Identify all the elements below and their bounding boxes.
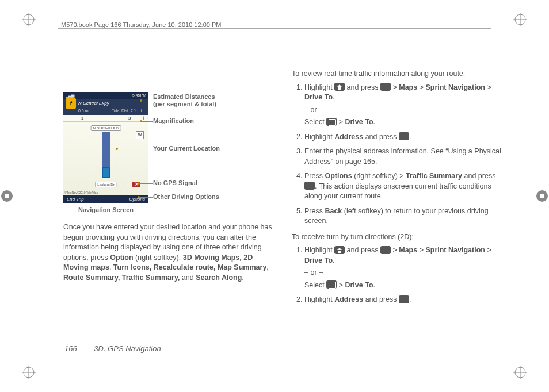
figure-caption: Navigation Screen: [63, 206, 148, 214]
page-header: M570.book Page 166 Thursday, June 10, 20…: [58, 20, 491, 29]
page-number: 166: [64, 344, 77, 353]
step-5: Press Back (left softkey) to return to y…: [304, 206, 503, 226]
svg-point-13: [5, 194, 9, 198]
turn-right-icon: ↱: [66, 98, 76, 109]
step2-1-alt: Select > Drive To.: [304, 280, 503, 291]
clock-label: 5:45PM: [132, 93, 146, 98]
compass-icon: W: [136, 131, 144, 139]
side-mark-icon: [535, 189, 549, 203]
map-copyright: ©TeleNav©2010 TeleAtlas: [64, 191, 98, 195]
step2-2: Highlight Address and press .: [304, 295, 503, 305]
route-name: N Central Expy: [78, 100, 109, 106]
navigation-screenshot: ▁▃▅ 5:45PM ↱ N Central Expy 0.6 mi Total…: [63, 92, 148, 203]
nav-key-icon: [326, 118, 337, 126]
zoom-scale: [94, 118, 117, 118]
crop-mark-icon: [22, 366, 36, 379]
svg-point-15: [540, 194, 544, 198]
step-2: Highlight Address and press .: [304, 132, 503, 143]
callout-current-location: Your Current Location: [153, 145, 220, 152]
callout-distances-sub: (per segment & total): [153, 101, 216, 107]
step-4: Press Options (right softkey) > Traffic …: [304, 171, 503, 202]
ok-key-icon: [304, 182, 315, 190]
ok-key-icon: [399, 295, 409, 303]
ok-key-icon: [380, 246, 391, 254]
signal-icon: ▁▃▅: [66, 93, 74, 98]
car-icon: [102, 167, 110, 178]
zoom-out-icon: −: [67, 115, 70, 122]
callout-no-gps: No GPS Signal: [153, 179, 197, 186]
step2-1: Highlight and press > Maps > Sprint Navi…: [304, 245, 503, 290]
page-footer: 166 3D. GPS Navigation: [64, 344, 161, 353]
total-distance: Total Dist: 2.1 mi: [112, 108, 142, 115]
ok-key-icon: [380, 83, 391, 91]
step-1-alt: Select > Drive To.: [304, 117, 503, 128]
crop-mark-icon: [513, 366, 527, 379]
home-key-icon: [334, 246, 345, 254]
nav-key-icon: [326, 280, 337, 289]
softkey-left: End Trip: [67, 196, 84, 202]
zoom-level-1: 1: [81, 115, 83, 121]
ok-key-icon: [399, 132, 409, 140]
intro-traffic: To review real-time traffic information …: [292, 69, 503, 79]
street-label-bottom: Lookout Dr: [95, 182, 116, 187]
segment-distance: 0.6 mi: [78, 108, 89, 115]
left-column: ▁▃▅ 5:45PM ↱ N Central Expy 0.6 mi Total…: [63, 69, 274, 346]
right-column: To review real-time traffic information …: [292, 69, 503, 346]
step-1: Highlight and press > Maps > Sprint Navi…: [304, 83, 503, 128]
left-paragraph: Once you have entered your desired locat…: [63, 222, 274, 283]
intro-2d: To receive turn by turn directions (2D):: [292, 232, 503, 243]
street-label-top: N GLENVILLE D: [91, 125, 121, 131]
home-key-icon: [334, 83, 345, 91]
crop-mark-icon: [22, 13, 36, 26]
steps-traffic: Highlight and press > Maps > Sprint Navi…: [292, 83, 503, 226]
steps-2d: Highlight and press > Maps > Sprint Navi…: [292, 245, 503, 305]
callout-other-options: Other Driving Options: [153, 193, 219, 200]
map-area: − 1 3 + N GLENVILLE D W Lookout Dr ✕ ©Te…: [63, 115, 148, 195]
step-3: Enter the physical address information. …: [304, 147, 503, 167]
callout-magnification: Magnification: [153, 117, 194, 124]
step2-1-or: – or –: [304, 268, 503, 278]
section-title: 3D. GPS Navigation: [94, 344, 161, 353]
callout-distances: Estimated Distances: [153, 93, 215, 100]
side-mark-icon: [0, 189, 14, 203]
zoom-level-3: 3: [128, 115, 131, 121]
crop-mark-icon: [513, 13, 527, 26]
step-1-or: – or –: [304, 105, 503, 116]
